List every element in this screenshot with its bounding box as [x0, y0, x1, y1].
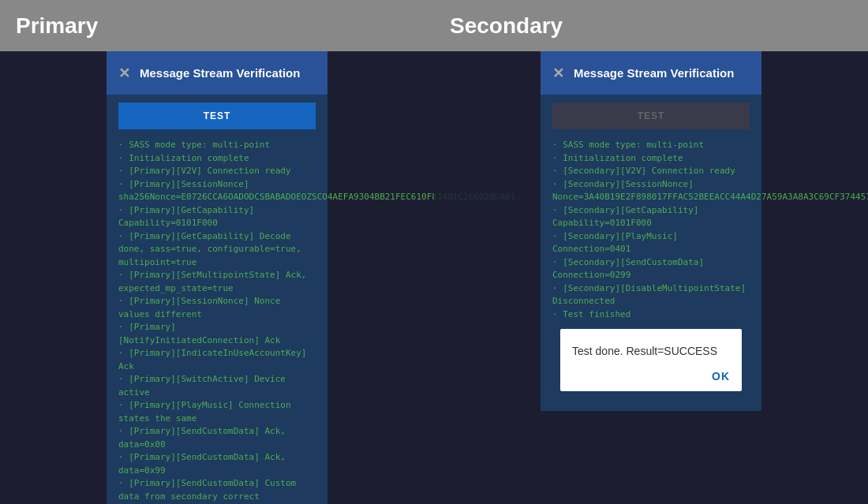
log-line: · Initialization complete — [118, 152, 316, 166]
secondary-modal-body: TEST · SASS mode type: multi-point· Init… — [541, 95, 761, 411]
log-line: · [Primary][V2V] Connection ready — [118, 165, 316, 178]
log-line: · [Primary][NotifyInitiatedConnection] A… — [118, 321, 316, 347]
secondary-modal: ✕ Message Stream Verification TEST · SAS… — [541, 51, 761, 411]
secondary-modal-header: ✕ Message Stream Verification — [541, 51, 761, 95]
result-dialog: Test done. Result=SUCCESS OK — [560, 329, 742, 391]
secondary-modal-title: Message Stream Verification — [574, 66, 734, 80]
log-line: · [Secondary][V2V] Connection ready — [552, 165, 750, 178]
primary-close-icon[interactable]: ✕ — [118, 65, 130, 82]
log-line: · SASS mode type: multi-point — [552, 139, 750, 152]
result-message: Test done. Result=SUCCESS — [572, 345, 730, 357]
secondary-modal-overlay: ✕ Message Stream Verification TEST · SAS… — [434, 51, 868, 504]
log-line: · [Secondary][PlayMusic] Connection=0401 — [552, 230, 750, 256]
log-line: · Test finished — [552, 308, 750, 322]
primary-modal-overlay: ✕ Message Stream Verification TEST · SAS… — [0, 51, 434, 504]
result-ok-container: OK — [572, 369, 730, 383]
log-line: · SASS mode type: multi-point — [118, 139, 316, 152]
log-line: · [Secondary][SessionNonce] Nonce=3A40B1… — [552, 178, 750, 204]
primary-title: Primary — [16, 13, 98, 39]
log-line: · [Primary][GetCapability] Capability=01… — [118, 204, 316, 230]
primary-modal-title: Message Stream Verification — [140, 66, 300, 80]
primary-label: Primary — [0, 0, 434, 51]
secondary-label: Secondary — [434, 0, 868, 51]
primary-modal-body: TEST · SASS mode type: multi-point· Init… — [107, 95, 327, 504]
secondary-title: Secondary — [450, 13, 563, 39]
log-line: · [Secondary][SendCustomData] Connection… — [552, 256, 750, 282]
log-line: · Initialization complete — [552, 152, 750, 166]
primary-test-button[interactable]: TEST — [118, 103, 316, 129]
primary-modal-header: ✕ Message Stream Verification — [107, 51, 327, 95]
log-line: · [Primary][IndicateInUseAccountKey] Ack — [118, 347, 316, 373]
log-line: · [Primary][SendCustomData] Ack, data=0x… — [118, 451, 316, 477]
log-line: · [Primary][GetCapability] Decode done, … — [118, 230, 316, 270]
secondary-log-area: · SASS mode type: multi-point· Initializ… — [552, 139, 750, 321]
log-line: · [Primary][SendCustomData] Ack, data=0x… — [118, 425, 316, 451]
log-line: · [Secondary][DisableMultipointState] Di… — [552, 282, 750, 308]
log-line: · [Primary][SessionNonce] Nonce values d… — [118, 295, 316, 321]
primary-content: ✕ Message Stream Verification TEST · SAS… — [0, 51, 434, 504]
secondary-close-icon[interactable]: ✕ — [552, 65, 564, 82]
log-line: · [Primary][SessionNonce] sha256Nonce=E0… — [118, 178, 316, 204]
log-line: · [Primary][PlayMusic] Connection states… — [118, 399, 316, 425]
secondary-panel: Secondary ✕ Message Stream Verification … — [434, 0, 868, 504]
log-line: · [Secondary][GetCapability] Capability=… — [552, 204, 750, 230]
secondary-content: ✕ Message Stream Verification TEST · SAS… — [434, 51, 868, 504]
primary-modal: ✕ Message Stream Verification TEST · SAS… — [107, 51, 327, 504]
log-line: · [Primary][SendCustomData] Custom data … — [118, 477, 316, 503]
secondary-test-button-disabled: TEST — [552, 103, 750, 129]
primary-panel: Primary ✕ Message Stream Verification TE… — [0, 0, 434, 504]
primary-log-area: · SASS mode type: multi-point· Initializ… — [118, 139, 316, 504]
log-line: · [Primary][SwitchActive] Device active — [118, 373, 316, 399]
ok-button[interactable]: OK — [712, 370, 730, 383]
log-line: · [Primary][SetMultipointState] Ack, exp… — [118, 269, 316, 295]
